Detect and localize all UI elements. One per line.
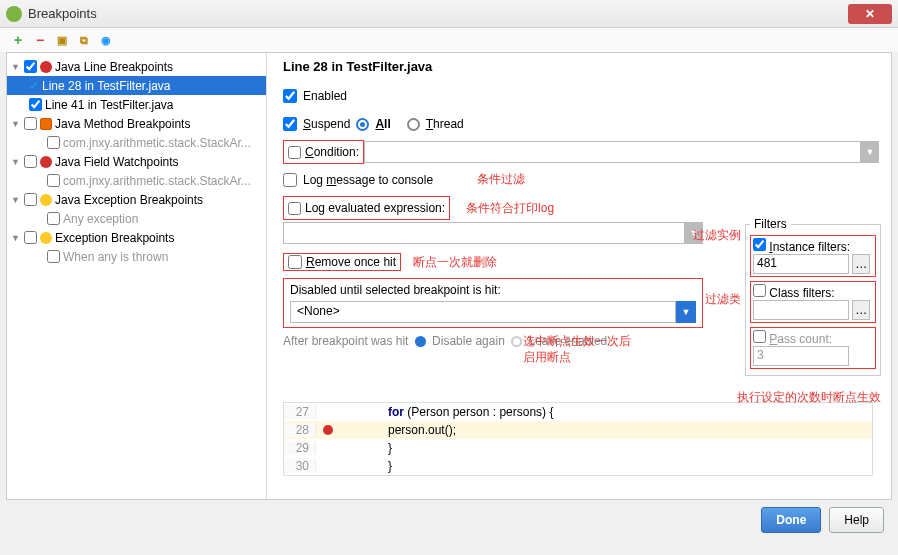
bp-line41[interactable]: Line 41 in TestFilter.java <box>7 95 266 114</box>
disabled-until-label: Disabled until selected breakpoint is hi… <box>290 283 501 297</box>
line-num: 28 <box>284 423 316 437</box>
bp-check[interactable] <box>29 98 42 111</box>
logeval-label: Log evaluated expression: <box>305 201 445 215</box>
group-line-breakpoints[interactable]: ▼Java Line Breakpoints <box>7 57 266 76</box>
exception-icon <box>40 232 52 244</box>
group-field-watchpoints[interactable]: ▼Java Field Watchpoints <box>7 152 266 171</box>
instance-input[interactable]: 481 <box>753 254 849 274</box>
class-label: Class filters: <box>769 286 834 300</box>
pass-label: Pass count: <box>769 332 832 346</box>
group-exception-breakpoints[interactable]: ▼Java Exception Breakpoints <box>7 190 266 209</box>
breakpoint-tree: ▼Java Line Breakpoints ✓Line 28 in TestF… <box>7 53 267 499</box>
class-check[interactable] <box>753 284 766 297</box>
group-icon[interactable]: ▣ <box>54 32 70 48</box>
group-check[interactable] <box>24 231 37 244</box>
bp-check[interactable] <box>47 250 60 263</box>
pass-input[interactable]: 3 <box>753 346 849 366</box>
class-browse[interactable]: … <box>852 300 870 320</box>
radio-leave-enabled[interactable] <box>511 336 522 347</box>
done-button[interactable]: Done <box>761 507 821 533</box>
instance-browse[interactable]: … <box>852 254 870 274</box>
group-plain-exception[interactable]: ▼Exception Breakpoints <box>7 228 266 247</box>
logeval-input[interactable] <box>283 222 685 244</box>
thread-label: Thread <box>426 117 464 131</box>
remove-check[interactable] <box>288 255 302 269</box>
annotation-sel1: 选中断点生效一次后 <box>523 333 631 350</box>
enabled-check[interactable] <box>283 89 297 103</box>
line-num: 30 <box>284 459 316 473</box>
radio-thread[interactable] <box>407 118 420 131</box>
watchpoint-icon <box>40 156 52 168</box>
bp-check[interactable] <box>47 136 60 149</box>
disabled-until-select[interactable]: <None> <box>290 301 676 323</box>
condition-dropdown[interactable]: ▼ <box>861 141 879 163</box>
logeval-check[interactable] <box>288 202 301 215</box>
detail-header: Line 28 in TestFilter.java <box>283 59 879 74</box>
app-icon <box>6 6 22 22</box>
disabled-until-dropdown[interactable]: ▼ <box>676 301 696 323</box>
enabled-label: Enabled <box>303 89 347 103</box>
remove-icon[interactable]: − <box>32 32 48 48</box>
copy-icon[interactable]: ⧉ <box>76 32 92 48</box>
bp-method1[interactable]: com.jnxy.arithmetic.stack.StackAr... <box>7 133 266 152</box>
disabled-until-box: Disabled until selected breakpoint is hi… <box>283 278 703 328</box>
filters-legend: Filters <box>750 217 791 231</box>
detail-panel: Line 28 in TestFilter.java Enabled Suspe… <box>267 53 891 499</box>
suspend-check[interactable] <box>283 117 297 131</box>
radio-all[interactable] <box>356 118 369 131</box>
help-button[interactable]: Help <box>829 507 884 533</box>
annotation-remove: 断点一次就删除 <box>413 254 497 271</box>
method-bp-icon <box>40 118 52 130</box>
annotation-class: 过滤类 <box>705 291 741 308</box>
condition-check[interactable] <box>288 146 301 159</box>
annotation-sel2: 启用断点 <box>523 349 571 366</box>
code-preview: 27for (Person person : persons) { 28 per… <box>283 402 873 476</box>
class-input[interactable] <box>753 300 849 320</box>
exception-icon <box>40 194 52 206</box>
breakpoint-icon <box>40 61 52 73</box>
remove-label: Remove once hit <box>306 255 396 269</box>
window-title: Breakpoints <box>28 6 848 21</box>
group-check[interactable] <box>24 155 37 168</box>
filters-fieldset: Filters Instance filters: 481 … Class fi… <box>745 217 881 376</box>
bp-check[interactable] <box>47 212 60 225</box>
instance-label: Instance filters: <box>769 240 850 254</box>
add-icon[interactable]: + <box>10 32 26 48</box>
bp-line28[interactable]: ✓Line 28 in TestFilter.java <box>7 76 266 95</box>
bp-any-exc[interactable]: Any exception <box>7 209 266 228</box>
pass-check[interactable] <box>753 330 766 343</box>
annotation-pass: 执行设定的次数时断点生效 <box>737 389 881 406</box>
line-num: 27 <box>284 405 316 419</box>
group-method-breakpoints[interactable]: ▼Java Method Breakpoints <box>7 114 266 133</box>
annotation-instance: 过滤实例 <box>693 227 741 244</box>
annotation-logeval: 条件符合打印log <box>466 200 554 217</box>
condition-input[interactable] <box>364 141 861 163</box>
line-num: 29 <box>284 441 316 455</box>
condition-label: Condition: <box>305 145 359 159</box>
toolbar: + − ▣ ⧉ ◉ <box>0 28 898 52</box>
group-check[interactable] <box>24 117 37 130</box>
close-button[interactable]: ✕ <box>848 4 892 24</box>
annotation-cond: 条件过滤 <box>477 171 525 188</box>
all-label: All <box>375 117 390 131</box>
group-check[interactable] <box>24 60 37 73</box>
logmsg-label: Log message to console <box>303 173 433 187</box>
breakpoint-dot[interactable] <box>323 425 333 435</box>
bp-field1[interactable]: com.jnxy.arithmetic.stack.StackAr... <box>7 171 266 190</box>
instance-check[interactable] <box>753 238 766 251</box>
suspend-label: Suspend <box>303 117 350 131</box>
view-icon[interactable]: ◉ <box>98 32 114 48</box>
radio-disable-again[interactable] <box>415 336 426 347</box>
group-check[interactable] <box>24 193 37 206</box>
bp-check[interactable] <box>47 174 60 187</box>
bp-when-thrown[interactable]: When any is thrown <box>7 247 266 266</box>
logmsg-check[interactable] <box>283 173 297 187</box>
